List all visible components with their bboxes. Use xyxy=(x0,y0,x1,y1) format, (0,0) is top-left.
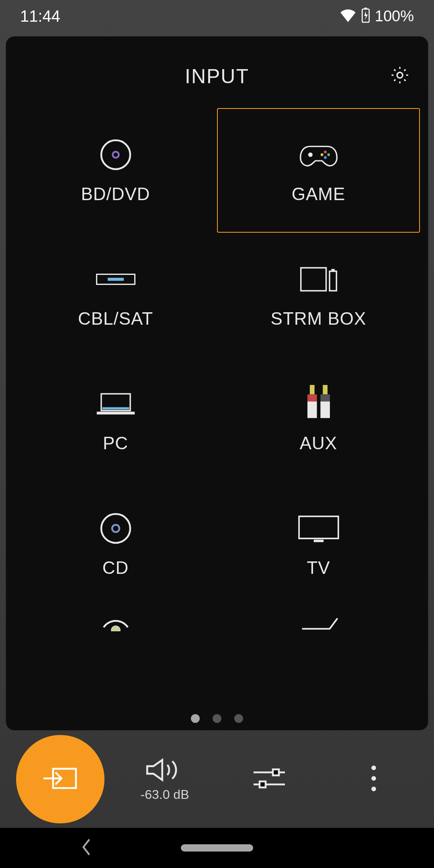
svg-point-36 xyxy=(371,786,376,791)
input-grid: BD/DVD GAME xyxy=(6,108,428,731)
input-strm-box[interactable]: STRM BOX xyxy=(217,233,420,357)
speaker-icon xyxy=(145,757,185,785)
settings-button[interactable] xyxy=(388,64,412,88)
svg-point-4 xyxy=(113,152,119,158)
input-label: BD/DVD xyxy=(81,184,150,204)
input-label: TV xyxy=(307,558,330,578)
stream-box-icon xyxy=(299,261,339,297)
panel-header: INPUT xyxy=(6,37,428,108)
equalizer-button[interactable] xyxy=(225,766,313,792)
svg-point-7 xyxy=(327,154,330,156)
statusbar-battery: 100% xyxy=(375,8,414,25)
tonearm-icon xyxy=(297,615,341,631)
svg-point-6 xyxy=(324,151,327,154)
input-tv[interactable]: TV xyxy=(217,482,420,606)
input-aux[interactable]: AUX xyxy=(217,357,420,482)
svg-rect-17 xyxy=(96,411,134,414)
svg-point-24 xyxy=(101,514,130,543)
gamepad-icon xyxy=(297,137,341,173)
input-tuner-partial[interactable] xyxy=(14,606,217,655)
svg-point-8 xyxy=(324,156,327,159)
input-pc[interactable]: PC xyxy=(14,357,217,482)
page-dot-2[interactable] xyxy=(213,714,221,723)
input-label: CBL/SAT xyxy=(78,309,153,329)
input-selection-panel: INPUT BD/DVD xyxy=(6,36,428,731)
android-nav-bar xyxy=(0,828,434,868)
dial-icon xyxy=(98,611,134,631)
page-indicator[interactable] xyxy=(6,714,428,723)
svg-rect-33 xyxy=(260,782,266,788)
svg-rect-21 xyxy=(323,385,328,395)
more-button[interactable] xyxy=(330,764,418,794)
page-dot-1[interactable] xyxy=(191,714,200,723)
input-label: GAME xyxy=(292,184,346,204)
gear-icon xyxy=(389,65,410,87)
svg-rect-23 xyxy=(320,401,330,418)
disc-icon xyxy=(98,137,134,173)
input-label: AUX xyxy=(300,433,337,453)
rca-icon xyxy=(303,386,335,422)
statusbar-time: 11:44 xyxy=(20,7,60,25)
input-game[interactable]: GAME xyxy=(217,108,420,233)
cd-icon xyxy=(98,510,134,547)
svg-point-9 xyxy=(320,154,323,156)
bottom-bar: -63.0 dB xyxy=(0,731,434,828)
volume-button[interactable]: -63.0 dB xyxy=(121,757,209,802)
input-bd-dvd[interactable]: BD/DVD xyxy=(14,108,217,233)
tv-icon xyxy=(297,510,341,547)
input-label: PC xyxy=(103,433,128,453)
wifi-icon xyxy=(340,8,356,24)
home-gesture-pill[interactable] xyxy=(181,844,253,852)
statusbar: 11:44 100% xyxy=(0,0,434,32)
svg-rect-31 xyxy=(273,770,279,776)
svg-rect-14 xyxy=(331,269,335,271)
input-phono-partial[interactable] xyxy=(217,606,420,655)
svg-rect-26 xyxy=(299,516,338,538)
input-fab-button[interactable] xyxy=(16,735,104,823)
laptop-icon xyxy=(96,386,136,422)
svg-rect-27 xyxy=(313,540,323,542)
svg-point-25 xyxy=(112,525,119,532)
battery-charging-icon xyxy=(361,8,370,25)
panel-title: INPUT xyxy=(6,65,428,88)
back-button[interactable] xyxy=(80,838,92,858)
svg-rect-13 xyxy=(330,271,336,291)
svg-rect-18 xyxy=(309,385,314,395)
input-arrow-icon xyxy=(42,764,78,794)
svg-point-34 xyxy=(371,766,376,770)
svg-point-5 xyxy=(308,153,312,157)
sliders-icon xyxy=(252,766,287,792)
svg-rect-22 xyxy=(320,394,330,401)
svg-rect-19 xyxy=(307,394,317,401)
svg-point-28 xyxy=(111,626,121,632)
page-dot-3[interactable] xyxy=(234,714,243,723)
svg-point-2 xyxy=(397,72,403,78)
svg-rect-11 xyxy=(108,278,124,281)
input-label: CD xyxy=(102,558,129,578)
svg-rect-12 xyxy=(301,268,326,291)
svg-rect-16 xyxy=(102,407,129,409)
more-vertical-icon xyxy=(370,764,378,794)
cable-box-icon xyxy=(96,261,136,297)
input-label: STRM BOX xyxy=(271,309,366,329)
svg-rect-1 xyxy=(364,8,367,9)
svg-point-35 xyxy=(371,776,376,781)
svg-rect-20 xyxy=(307,401,317,418)
input-cbl-sat[interactable]: CBL/SAT xyxy=(14,233,217,357)
statusbar-right: 100% xyxy=(340,8,414,25)
volume-readout: -63.0 dB xyxy=(141,787,189,802)
input-cd[interactable]: CD xyxy=(14,482,217,606)
svg-point-3 xyxy=(101,140,130,169)
